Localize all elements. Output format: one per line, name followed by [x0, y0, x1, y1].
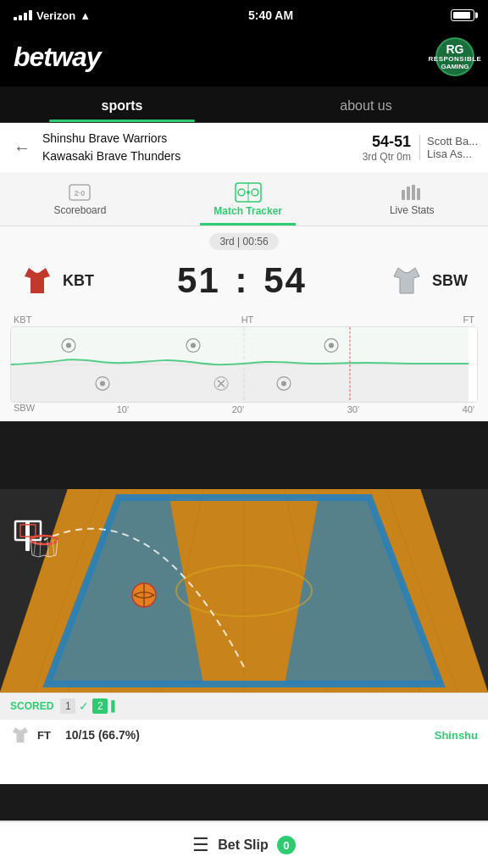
team-right: SBW	[390, 264, 468, 298]
ft-label: FT	[37, 729, 58, 742]
svg-rect-9	[412, 185, 415, 200]
match-banner: ← Shinshu Brave Warriors Kawasaki Brave …	[0, 123, 488, 172]
bet-slip-label: Bet Slip	[218, 837, 269, 853]
graph-svg	[11, 327, 477, 402]
graph-bottom-labels: SBW 10' 20' 30' 40'	[10, 404, 478, 415]
signal-icon	[14, 10, 32, 20]
match-info: Shinshu Brave Warriors Kawasaki Brave Th…	[42, 130, 354, 165]
scoreboard-label: Scoreboard	[53, 204, 106, 216]
label-20: 20'	[232, 404, 244, 415]
carrier-name: Verizon	[36, 9, 75, 22]
sub-nav-scoreboard[interactable]: 2·0 Scoreboard	[40, 180, 119, 225]
bet-count-badge: 0	[277, 836, 296, 854]
marker-2-indicator: ▌	[111, 700, 119, 712]
svg-point-6	[247, 191, 250, 194]
marker-2-box: 2	[92, 698, 108, 714]
brand-logo: betway	[14, 42, 100, 73]
bet-slip-bar[interactable]: ☰ Bet Slip 0	[0, 821, 488, 868]
team2-name: Kawasaki Brave Thunders	[42, 147, 354, 165]
svg-point-4	[238, 189, 245, 196]
status-time: 5:40 AM	[248, 8, 293, 22]
wifi-icon: ▲	[80, 9, 91, 22]
home-indicator	[0, 750, 488, 784]
label-ht: HT	[241, 314, 254, 325]
marker-1: 1	[65, 700, 71, 712]
team-left: KBT	[20, 264, 94, 298]
scoreboard-icon: 2·0	[68, 183, 92, 202]
match-score-box: 54-51 3rd Qtr 0m	[363, 133, 411, 163]
app-header: betway RG RESPONSIBLE GAMING	[0, 31, 488, 86]
label-ft: FT	[463, 314, 474, 325]
status-bar: Verizon ▲ 5:40 AM	[0, 0, 488, 31]
period-time: 00:56	[243, 236, 269, 248]
match-score: 54-51	[363, 133, 411, 151]
live-stats-label: Live Stats	[390, 204, 435, 216]
sbw-score: 54	[263, 260, 307, 300]
kbt-score: 51	[177, 260, 220, 300]
ft-jersey-icon	[10, 725, 30, 745]
game-score: 51 : 54	[177, 260, 307, 301]
ft-row: FT 10/15 (66.7%) Shinshu	[0, 719, 488, 750]
scored-bar: SCORED 1 ✓ 2 ▌	[0, 693, 488, 719]
away-team: Scott Ba...	[427, 135, 478, 147]
svg-rect-8	[407, 186, 410, 200]
status-left: Verizon ▲	[14, 9, 91, 22]
graph-container	[10, 326, 478, 403]
sbw-jersey	[390, 264, 424, 298]
back-button[interactable]: ←	[10, 135, 34, 161]
scored-label: SCORED	[10, 700, 53, 712]
ft-stats: 10/15 (66.7%)	[65, 728, 140, 742]
sbw-abbr: SBW	[432, 272, 468, 290]
away-player: Lisa As...	[427, 147, 478, 160]
kbt-abbr: KBT	[63, 272, 94, 290]
live-stats-icon	[400, 183, 424, 204]
rg-badge: RG RESPONSIBLE GAMING	[435, 37, 474, 76]
stat-markers: 1 ✓ 2 ▌	[60, 698, 119, 714]
period-text: 3rd |	[219, 236, 242, 248]
svg-text:2·0: 2·0	[75, 189, 86, 198]
match-tracker-label: Match Tracker	[214, 205, 282, 217]
team1-name: Shinshu Brave Warriors	[42, 130, 354, 147]
graph-area: KBT HT FT	[0, 311, 488, 421]
label-30: 30'	[347, 404, 359, 415]
score-separator: :	[236, 260, 249, 300]
label-kbt: KBT	[14, 314, 31, 325]
svg-point-5	[252, 189, 258, 196]
court-svg	[0, 421, 488, 693]
marker-1-box: 1	[60, 698, 75, 714]
match-period: 3rd Qtr 0m	[363, 151, 411, 163]
label-sbw: SBW	[14, 403, 35, 413]
bet-slip-icon: ☰	[192, 834, 209, 856]
check-icon: ✓	[79, 699, 89, 713]
period-indicator: 3rd | 00:56	[0, 226, 488, 253]
sub-nav: 2·0 Scoreboard Match Tracker	[0, 172, 488, 226]
period-badge: 3rd | 00:56	[209, 233, 278, 250]
nav-tabs: sports about us	[0, 86, 488, 123]
battery-icon	[451, 9, 474, 21]
score-display: KBT 51 : 54 SBW	[0, 253, 488, 311]
label-40: 40'	[463, 404, 474, 415]
svg-rect-7	[402, 190, 405, 200]
sub-nav-live-stats[interactable]: Live Stats	[376, 180, 448, 225]
svg-rect-10	[417, 188, 420, 200]
sub-nav-match-tracker[interactable]: Match Tracker	[200, 179, 296, 225]
kbt-jersey	[20, 264, 54, 298]
label-10: 10'	[117, 404, 129, 415]
status-right	[451, 9, 474, 21]
basketball-court	[0, 421, 488, 693]
marker-2: 2	[97, 700, 103, 712]
match-tracker-icon	[235, 182, 262, 205]
tab-sports[interactable]: sports	[0, 86, 244, 122]
tab-about-us[interactable]: about us	[244, 86, 488, 122]
tracker-area: 3rd | 00:56 KBT 51 : 54 SBW KBT	[0, 226, 488, 421]
ft-team: Shinshu	[435, 729, 478, 742]
svg-rect-26	[0, 421, 488, 489]
graph-top-labels: KBT HT FT	[10, 314, 478, 325]
scoreboard-icon-wrap: 2·0	[68, 183, 92, 204]
